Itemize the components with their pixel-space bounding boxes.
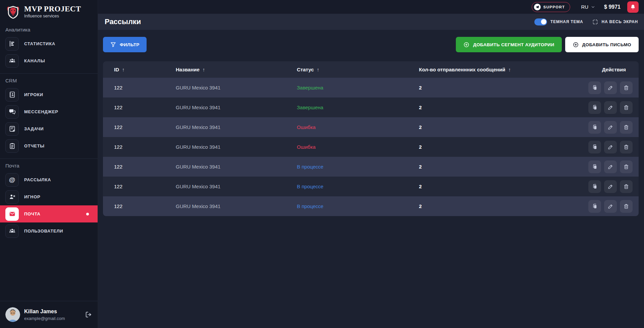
avatar[interactable] bbox=[5, 307, 20, 322]
copy-button[interactable] bbox=[588, 81, 601, 94]
sort-arrow-icon[interactable]: ↑ bbox=[317, 67, 320, 72]
copy-icon bbox=[592, 105, 598, 111]
sidebar-item-mail[interactable]: ПОЧТА bbox=[0, 205, 98, 222]
section-label-crm: CRM bbox=[0, 74, 98, 86]
cell-name: GURU Mexico 3941 bbox=[176, 105, 297, 110]
sidebar-item-players[interactable]: ИГРОКИ bbox=[0, 86, 98, 103]
pencil-icon bbox=[607, 164, 613, 170]
filter-button[interactable]: ФИЛЬТР bbox=[103, 37, 147, 52]
edit-button[interactable] bbox=[604, 200, 617, 213]
plus-circle-icon bbox=[463, 42, 470, 48]
table-row[interactable]: 122 GURU Mexico 3941 В процессе 2 bbox=[103, 157, 639, 177]
sort-arrow-icon[interactable]: ↑ bbox=[203, 67, 205, 72]
table-row[interactable]: 122 GURU Mexico 3941 Завершена 2 bbox=[103, 78, 639, 97]
content-area: ФИЛЬТР ДОБАВИТЬ СЕГМЕНТ АУДИТОРИИ ДОБАВИ… bbox=[98, 30, 644, 328]
delete-button[interactable] bbox=[620, 101, 633, 114]
filter-label: ФИЛЬТР bbox=[120, 42, 140, 47]
table-row[interactable]: 122 GURU Mexico 3941 Ошибка 2 bbox=[103, 137, 639, 157]
edit-button[interactable] bbox=[604, 81, 617, 94]
table-row[interactable]: 122 GURU Mexico 3941 В процессе 2 bbox=[103, 177, 639, 196]
column-header-id: ID bbox=[114, 67, 119, 72]
sidebar-item-users[interactable]: ПОЛЬЗОВАТЕЛИ bbox=[0, 222, 98, 240]
add-segment-label: ДОБАВИТЬ СЕГМЕНТ АУДИТОРИИ bbox=[473, 42, 554, 47]
add-letter-button[interactable]: ДОБАВИТЬ ПИСЬМО bbox=[565, 37, 639, 52]
table-row[interactable]: 122 GURU Mexico 3941 В процессе 2 bbox=[103, 196, 639, 216]
funnel-icon bbox=[110, 42, 116, 48]
table-row[interactable]: 122 GURU Mexico 3941 Завершена 2 bbox=[103, 97, 639, 117]
cell-sent-count: 2 bbox=[419, 124, 563, 130]
sidebar-item-tasks[interactable]: ЗАДАЧИ bbox=[0, 120, 98, 137]
fullscreen-button[interactable]: НА ВЕСЬ ЭКРАН bbox=[592, 19, 638, 25]
toggle-switch[interactable] bbox=[534, 18, 547, 25]
pencil-icon bbox=[607, 85, 613, 91]
pencil-icon bbox=[607, 144, 613, 150]
copy-button[interactable] bbox=[588, 141, 601, 153]
copy-icon bbox=[592, 124, 598, 130]
delete-button[interactable] bbox=[620, 180, 633, 193]
support-label: SUPPORT bbox=[543, 5, 565, 9]
column-header-status: Статус bbox=[297, 67, 314, 72]
delete-button[interactable] bbox=[620, 81, 633, 94]
sidebar: MVP PROJECT Influence services Аналитика… bbox=[0, 0, 98, 328]
sidebar-item-channels[interactable]: КАНАЛЫ bbox=[0, 52, 98, 69]
reports-icon bbox=[5, 139, 19, 153]
toolbar: ФИЛЬТР ДОБАВИТЬ СЕГМЕНТ АУДИТОРИИ ДОБАВИ… bbox=[103, 37, 639, 52]
sidebar-item-label: ИГРОКИ bbox=[24, 92, 43, 97]
edit-button[interactable] bbox=[604, 160, 617, 173]
delete-button[interactable] bbox=[620, 121, 633, 134]
section-label-analytics: Аналитика bbox=[0, 23, 98, 35]
section-label-mail: Почта bbox=[0, 159, 98, 171]
sidebar-item-reports[interactable]: ОТЧЕТЫ bbox=[0, 137, 98, 154]
delete-button[interactable] bbox=[620, 160, 633, 173]
sort-arrow-icon[interactable]: ↑ bbox=[508, 67, 511, 72]
cell-sent-count: 2 bbox=[419, 184, 563, 189]
sidebar-item-messenger[interactable]: МЕССЕНДЖЕР bbox=[0, 103, 98, 120]
edit-button[interactable] bbox=[604, 101, 617, 114]
cell-status: Завершена bbox=[297, 105, 419, 110]
sidebar-item-label: СТАТИСТИКА bbox=[24, 41, 55, 46]
brand-tagline: Influence services bbox=[24, 13, 81, 18]
column-header-name: Название bbox=[176, 67, 200, 72]
cell-sent-count: 2 bbox=[419, 203, 563, 209]
edit-button[interactable] bbox=[604, 141, 617, 153]
sidebar-item-ignore[interactable]: ИГНОР bbox=[0, 188, 98, 205]
copy-icon bbox=[592, 144, 598, 150]
table-row[interactable]: 122 GURU Mexico 3941 Ошибка 2 bbox=[103, 117, 639, 137]
players-icon bbox=[5, 88, 19, 102]
edit-button[interactable] bbox=[604, 180, 617, 193]
trash-icon bbox=[623, 105, 629, 111]
edit-button[interactable] bbox=[604, 121, 617, 134]
copy-button[interactable] bbox=[588, 101, 601, 114]
language-selector[interactable]: RU bbox=[581, 4, 595, 10]
logout-button[interactable] bbox=[85, 311, 92, 318]
cell-status: Ошибка bbox=[297, 124, 419, 130]
delete-button[interactable] bbox=[620, 200, 633, 213]
cell-status: Ошибка bbox=[297, 144, 419, 150]
support-button[interactable]: SUPPORT bbox=[532, 2, 571, 12]
cell-id: 122 bbox=[103, 144, 176, 150]
copy-button[interactable] bbox=[588, 121, 601, 134]
chevron-down-icon bbox=[591, 5, 595, 9]
copy-button[interactable] bbox=[588, 160, 601, 173]
pencil-icon bbox=[607, 124, 613, 130]
notifications-button[interactable] bbox=[627, 1, 639, 13]
cell-sent-count: 2 bbox=[419, 164, 563, 170]
fullscreen-label: НА ВЕСЬ ЭКРАН bbox=[601, 19, 638, 24]
copy-button[interactable] bbox=[588, 200, 601, 213]
delete-button[interactable] bbox=[620, 141, 633, 153]
sort-arrow-icon[interactable]: ↑ bbox=[122, 67, 125, 72]
bell-icon bbox=[630, 4, 636, 10]
copy-button[interactable] bbox=[588, 180, 601, 193]
sidebar-item-label: ПОЛЬЗОВАТЕЛИ bbox=[24, 228, 63, 234]
main-area: SUPPORT RU $ 9971 Рассылки ТЕМНАЯ ТЕМА Н… bbox=[98, 0, 644, 328]
theme-toggle[interactable]: ТЕМНАЯ ТЕМА bbox=[534, 18, 583, 25]
sidebar-item-mailing[interactable]: @ РАССЫЛКА bbox=[0, 171, 98, 188]
telegram-icon bbox=[534, 4, 541, 10]
cell-name: GURU Mexico 3941 bbox=[176, 144, 297, 150]
sidebar-item-label: ПОЧТА bbox=[24, 211, 41, 216]
column-header-sent-count: Кол-во отправленнних сообщений bbox=[419, 67, 505, 72]
balance: $ 9971 bbox=[604, 4, 621, 10]
sidebar-item-statistics[interactable]: СТАТИСТИКА bbox=[0, 35, 98, 52]
column-header-actions: Действия bbox=[602, 67, 626, 72]
add-audience-segment-button[interactable]: ДОБАВИТЬ СЕГМЕНТ АУДИТОРИИ bbox=[456, 37, 561, 52]
